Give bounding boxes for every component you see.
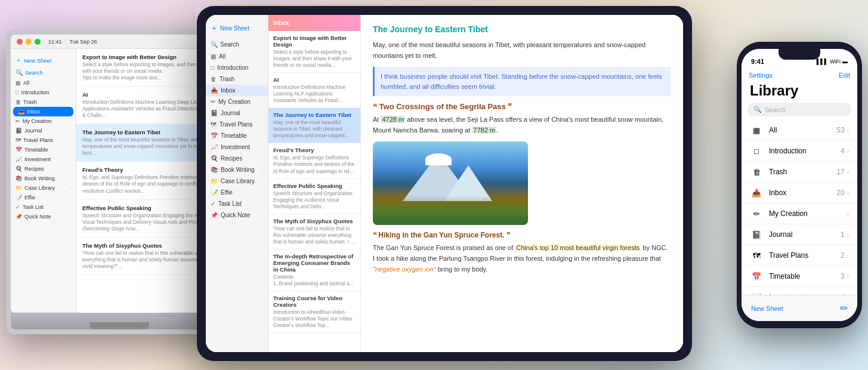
mac-sidebar-task-list[interactable]: ✓ Task List <box>11 202 76 212</box>
ipad-nav-timetable-label: Timetable <box>221 132 247 139</box>
mac-sidebar-quick-note-label: Quick Note <box>24 214 51 220</box>
ipad-nav-journal[interactable]: 📓 Journal <box>206 107 268 119</box>
section-marker2: ❞ <box>508 102 512 111</box>
inbox-icon: 📥 <box>750 186 763 199</box>
task-list-icon: ✓ <box>16 204 20 210</box>
ipad-nav-recipes[interactable]: 🍳 Recipes <box>206 153 268 164</box>
edit-button[interactable]: Edit <box>839 72 850 79</box>
case-library-chevron-icon: › <box>261 178 263 184</box>
iphone-new-sheet-button[interactable]: New Sheet <box>751 305 783 312</box>
ipad-nav-all[interactable]: ▦ All <box>206 51 268 62</box>
ipad-new-sheet-button[interactable]: ＋ New Sheet <box>206 21 268 36</box>
iphone-list-item-introduction[interactable]: □ Introduction 4 › <box>742 141 857 162</box>
ipad-nav-inbox[interactable]: 📥 Inbox <box>206 85 268 96</box>
iphone-list-item-travel-plans[interactable]: 🗺 Travel Plans 2 › <box>742 245 857 266</box>
iphone-item-inbox-label: Inbox <box>769 189 836 197</box>
iphone-list-item-my-creation[interactable]: ✏ My Creation › <box>742 204 857 224</box>
mac-sidebar-quick-note[interactable]: 📌 Quick Note <box>11 212 76 221</box>
ipad-note-item[interactable]: The In-depth Retrospective of Emerging C… <box>268 249 360 291</box>
iphone-item-journal-label: Journal <box>769 230 841 239</box>
ipad-note-preview: Contents1. Brand positioning and tactica… <box>273 274 356 287</box>
ipad-note-item[interactable]: The Myth of Sisyphus Quotes "How can one… <box>268 214 360 249</box>
iphone-list-item-timetable[interactable]: 📅 Timetable 3 › <box>742 266 857 287</box>
section-marker: ❝ <box>373 102 377 111</box>
mac-sidebar-investment[interactable]: 📈 Investment <box>11 155 76 164</box>
ipad-note-preview: Introduction to Afreedfour-Video Creator… <box>273 309 356 329</box>
ipad-nav-task-list[interactable]: ✓ Task List <box>206 198 268 209</box>
ipad-nav-case-library[interactable]: 📁 Case Library › <box>206 175 268 187</box>
ipad-note-item-active[interactable]: The Journey to Eastern Tibet May, one of… <box>268 108 360 143</box>
mac-sidebar-book-writing[interactable]: 📚 Book Writing › <box>11 174 76 183</box>
minimize-button-dot[interactable] <box>26 39 32 45</box>
mac-sidebar-task-list-label: Task List <box>23 204 44 210</box>
ipad-note-item[interactable]: Effective Public Speaking Speech Structu… <box>268 179 360 214</box>
mac-sidebar-inbox-label: Inbox <box>27 109 40 115</box>
compose-icon[interactable]: ✏ <box>840 303 848 314</box>
travel-plans-icon: 🗺 <box>16 137 21 143</box>
mac-sidebar-trash[interactable]: 🗑 Trash › <box>11 97 76 107</box>
iphone-search-bar[interactable]: 🔍 Search <box>747 103 851 116</box>
mac-sidebar-recipes-label: Recipes <box>24 166 44 172</box>
all-icon: ▦ <box>16 80 21 86</box>
mac-sidebar-case-library[interactable]: 📁 Case Library › <box>11 183 76 193</box>
ipad-note-item[interactable]: Training Course for Video Creators Intro… <box>268 291 360 333</box>
ipad-nav-investment[interactable]: 📈 Investment <box>206 141 268 153</box>
ipad-nav-travel-plans[interactable]: 🗺 Travel Plans <box>206 119 268 130</box>
mac-sidebar-my-creation[interactable]: ✏ My Creation <box>11 116 76 126</box>
journal-icon: 📓 <box>750 228 763 241</box>
mac-sidebar-all-label: All <box>23 80 29 86</box>
ipad-nav-trash[interactable]: 🗑 Trash <box>206 73 268 85</box>
mac-sidebar-recipes[interactable]: 🍳 Recipes <box>11 164 76 174</box>
ipad-nav-my-creation[interactable]: ✏ My Creation <box>206 96 268 107</box>
iphone-list-item-investment[interactable]: 📈 Investment 4 › <box>742 287 857 295</box>
iphone-item-timetable-label: Timetable <box>769 272 841 280</box>
investment-icon: 📈 <box>16 156 22 162</box>
mac-sidebar-all[interactable]: ▦ All <box>11 78 76 88</box>
ipad-search-button[interactable]: 🔍 Search <box>206 39 268 50</box>
ipad-note-item[interactable]: AI Introduction Definitions Machine Lear… <box>268 73 360 108</box>
maximize-button-dot[interactable] <box>35 39 41 45</box>
ipad-nav-introduction[interactable]: □ Introduction <box>206 62 268 73</box>
chevron-right-icon: › <box>847 127 849 134</box>
chevron-right-icon: › <box>847 211 849 217</box>
plus-icon: ＋ <box>16 56 21 64</box>
ipad-nav-timetable[interactable]: 📅 Timetable <box>206 130 268 141</box>
ipad-section3-title: ❝ Hiking in the Gan Yun Spruce Forest. ❞ <box>373 231 671 239</box>
close-button-dot[interactable] <box>17 39 23 45</box>
ipad-note-main-title: The Journey to Eastern Tibet <box>373 24 671 34</box>
mac-sidebar-introduction[interactable]: □ Introduction <box>11 88 76 97</box>
trash-icon: 🗑 <box>16 99 21 105</box>
mac-sidebar-inbox[interactable]: 📥 Inbox <box>13 107 73 116</box>
book-writing-icon: 📚 <box>16 175 22 181</box>
investment-icon: 📈 <box>750 291 763 295</box>
iphone-list-item-journal[interactable]: 📓 Journal 1 › <box>742 224 857 245</box>
iphone-list-item-all[interactable]: ▦ All 53 › <box>742 120 857 141</box>
ipad-nav-book-writing[interactable]: 📚 Book Writing › <box>206 164 268 175</box>
settings-button[interactable]: Settings <box>749 72 773 79</box>
timetable-icon: 📅 <box>211 132 218 139</box>
mac-sidebar-travel-plans[interactable]: 🗺 Travel Plans <box>11 135 76 145</box>
ipad-nav-quick-note-label: Quick Note <box>221 212 250 218</box>
ipad-nav-effie[interactable]: 📝 Effie <box>206 187 268 198</box>
ipad-note-preview: Select a style before exporting to image… <box>273 49 356 69</box>
iphone-item-travel-plans-label: Travel Plans <box>769 251 841 260</box>
iphone-item-all-count: 53 <box>836 126 844 134</box>
mac-sidebar-journal[interactable]: 📓 Journal <box>11 126 76 135</box>
ipad-notes-list-header: Inbox <box>268 15 360 31</box>
iphone-search-placeholder: Search <box>765 106 786 113</box>
ipad-note-item[interactable]: Export to Image with Better Design Selec… <box>268 31 360 73</box>
iphone-bottom-bar: New Sheet ✏ <box>742 295 857 321</box>
iphone-list-item-trash[interactable]: 🗑 Trash 17 › <box>742 162 857 183</box>
ipad-note-title: The In-depth Retrospective of Emerging C… <box>273 253 356 273</box>
ipad-note-item[interactable]: Freud's Theory Id, Ego, and Superego Def… <box>268 143 360 178</box>
mac-new-sheet-button[interactable]: ＋ New Sheet <box>11 54 76 67</box>
ipad-nav-quick-note[interactable]: 📌 Quick Note <box>206 209 268 221</box>
iphone-list-item-inbox[interactable]: 📥 Inbox 20 › <box>742 183 857 204</box>
iphone-item-trash-label: Trash <box>769 168 836 176</box>
recipes-icon: 🍳 <box>16 166 22 172</box>
search-icon: 🔍 <box>16 69 23 76</box>
mac-sidebar-effie[interactable]: 📝 Effie <box>11 193 76 202</box>
mountain-peak-2 <box>444 165 492 201</box>
mac-sidebar-timetable[interactable]: 📅 Timetable <box>11 145 76 155</box>
mac-search-button[interactable]: 🔍 Search <box>11 67 76 78</box>
